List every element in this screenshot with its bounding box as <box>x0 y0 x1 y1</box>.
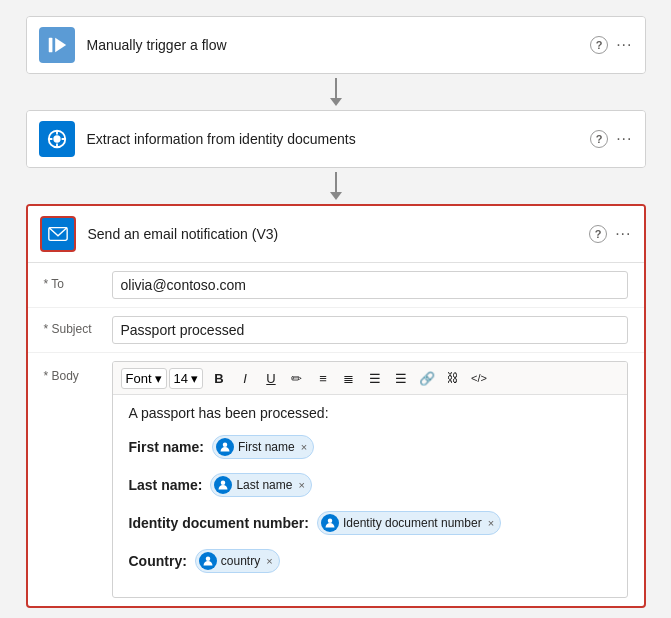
trigger-card-title: Manually trigger a flow <box>87 37 591 53</box>
subject-field-row: * Subject <box>28 308 644 353</box>
body-content-area[interactable]: A passport has been processed: First nam… <box>113 395 627 597</box>
subject-input[interactable] <box>112 316 628 344</box>
to-field-row: * To <box>28 263 644 308</box>
trigger-card-actions: ? ··· <box>590 36 632 54</box>
lastname-field-label: Last name: <box>129 477 203 493</box>
extract-menu-icon[interactable]: ··· <box>616 130 632 148</box>
svg-point-3 <box>53 135 60 142</box>
firstname-token-close[interactable]: × <box>301 441 307 453</box>
to-label: * To <box>44 271 112 291</box>
bold-button[interactable]: B <box>207 366 231 390</box>
body-lastname-line: Last name: Last name × <box>129 473 611 497</box>
lastname-token-icon <box>214 476 232 494</box>
svg-marker-1 <box>55 38 66 53</box>
country-token-close[interactable]: × <box>266 555 272 567</box>
lastname-token-label: Last name <box>236 478 292 492</box>
body-editor-wrapper: Font ▾ 14 ▾ B I U ✏ ≡ ≣ ☰ <box>112 361 628 598</box>
flow-container: Manually trigger a flow ? ··· <box>16 16 655 608</box>
font-label: Font <box>126 371 152 386</box>
extract-help-icon[interactable]: ? <box>590 130 608 148</box>
arrow-head-1 <box>330 98 342 106</box>
to-input[interactable] <box>112 271 628 299</box>
email-form-body: * To * Subject * Body Font ▾ <box>28 262 644 606</box>
size-label: 14 <box>174 371 188 386</box>
trigger-menu-icon[interactable]: ··· <box>616 36 632 54</box>
firstname-token[interactable]: First name × <box>212 435 314 459</box>
body-firstname-line: First name: First name × <box>129 435 611 459</box>
body-country-line: Country: country × <box>129 549 611 573</box>
svg-point-9 <box>223 443 228 448</box>
highlight-button[interactable]: ✏ <box>285 366 309 390</box>
arrow-head-2 <box>330 192 342 200</box>
firstname-token-label: First name <box>238 440 295 454</box>
unordered-list-button[interactable]: ≡ <box>311 366 335 390</box>
email-card-actions: ? ··· <box>589 225 631 243</box>
trigger-card-header[interactable]: Manually trigger a flow ? ··· <box>27 17 645 73</box>
unlink-button[interactable]: ⛓ <box>441 366 465 390</box>
trigger-icon <box>39 27 75 63</box>
docnum-field-label: Identity document number: <box>129 515 309 531</box>
country-token-label: country <box>221 554 260 568</box>
arrow-2 <box>330 168 342 204</box>
body-label: * Body <box>44 361 112 383</box>
extract-card-title: Extract information from identity docume… <box>87 131 591 147</box>
code-button[interactable]: </> <box>467 366 491 390</box>
lastname-token-close[interactable]: × <box>298 479 304 491</box>
arrow-line-1 <box>335 78 337 98</box>
email-card-header[interactable]: Send an email notification (V3) ? ··· <box>28 206 644 262</box>
docnum-token-close[interactable]: × <box>488 517 494 529</box>
trigger-help-icon[interactable]: ? <box>590 36 608 54</box>
svg-rect-0 <box>48 38 52 53</box>
docnum-token-icon <box>321 514 339 532</box>
body-docnum-line: Identity document number: Identity docum… <box>129 511 611 535</box>
firstname-token-icon <box>216 438 234 456</box>
firstname-field-label: First name: <box>129 439 204 455</box>
docnum-token[interactable]: Identity document number × <box>317 511 501 535</box>
extract-icon <box>39 121 75 157</box>
body-intro-static: A passport has been processed: <box>129 405 329 421</box>
country-field-label: Country: <box>129 553 187 569</box>
email-card-title: Send an email notification (V3) <box>88 226 590 242</box>
arrow-1 <box>330 74 342 110</box>
email-help-icon[interactable]: ? <box>589 225 607 243</box>
font-selector[interactable]: Font ▾ <box>121 368 167 389</box>
body-field-row: * Body Font ▾ 14 ▾ B I U <box>28 353 644 606</box>
size-dropdown-icon: ▾ <box>191 371 198 386</box>
font-dropdown-icon: ▾ <box>155 371 162 386</box>
ordered-list-button[interactable]: ≣ <box>337 366 361 390</box>
trigger-card: Manually trigger a flow ? ··· <box>26 16 646 74</box>
subject-label: * Subject <box>44 316 112 336</box>
underline-button[interactable]: U <box>259 366 283 390</box>
docnum-token-label: Identity document number <box>343 516 482 530</box>
email-menu-icon[interactable]: ··· <box>615 225 631 243</box>
lastname-token[interactable]: Last name × <box>210 473 311 497</box>
arrow-line-2 <box>335 172 337 192</box>
extract-card-actions: ? ··· <box>590 130 632 148</box>
extract-card-header[interactable]: Extract information from identity docume… <box>27 111 645 167</box>
link-button[interactable]: 🔗 <box>415 366 439 390</box>
svg-point-12 <box>206 557 211 562</box>
country-token-icon <box>199 552 217 570</box>
size-selector[interactable]: 14 ▾ <box>169 368 203 389</box>
rich-toolbar: Font ▾ 14 ▾ B I U ✏ ≡ ≣ ☰ <box>113 362 627 395</box>
svg-point-10 <box>221 481 226 486</box>
italic-button[interactable]: I <box>233 366 257 390</box>
email-card: Send an email notification (V3) ? ··· * … <box>26 204 646 608</box>
country-token[interactable]: country × <box>195 549 280 573</box>
svg-point-11 <box>328 519 333 524</box>
extract-card: Extract information from identity docume… <box>26 110 646 168</box>
align-left-button[interactable]: ☰ <box>363 366 387 390</box>
email-icon-box <box>40 216 76 252</box>
align-right-button[interactable]: ☰ <box>389 366 413 390</box>
body-intro-text: A passport has been processed: <box>129 405 611 421</box>
